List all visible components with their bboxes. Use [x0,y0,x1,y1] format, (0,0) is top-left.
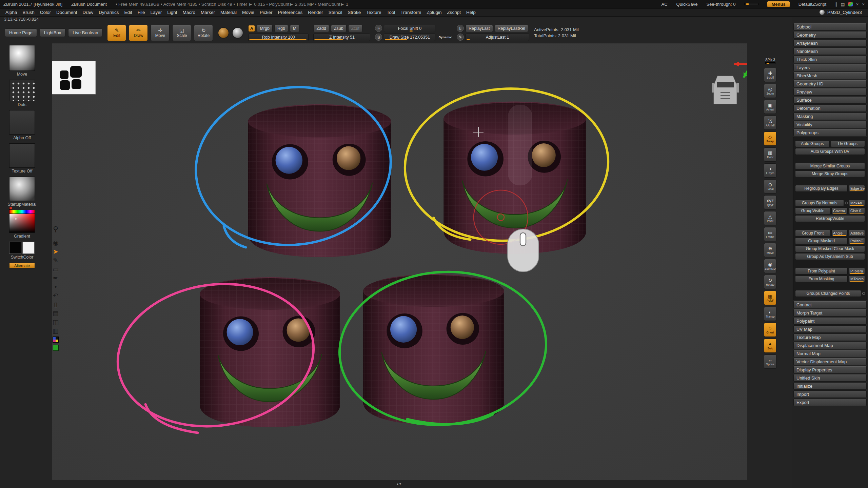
shelf-qxyz[interactable]: xyz Qxyz [764,195,776,209]
cylinder-top-left[interactable] [248,104,391,257]
current-brush-thumbnail[interactable] [9,45,35,71]
active-tool-name[interactable]: PM3D_Cylinder3 [827,10,862,15]
shelf-actual[interactable]: ▣ Actual [764,100,776,114]
auto-groups-button[interactable]: Auto Groups [795,140,830,147]
menu-item[interactable]: Render [305,10,326,15]
dynamic-label[interactable]: Dynamic [438,35,452,39]
live-boolean-button[interactable]: Live Boolean [68,28,102,37]
shelf-solo[interactable]: ● Solo [764,339,776,353]
menu-item[interactable]: Stroke [345,10,363,15]
shelf-pivot[interactable]: △ Pivot [764,211,776,225]
palette-section[interactable]: Import [793,390,867,398]
menu-item[interactable]: Edit [121,10,135,15]
adjust-last-slider[interactable]: AdjustLast 1 [466,34,529,41]
menu-item[interactable]: Alpha [3,10,20,15]
palette-section[interactable]: Deformation [793,104,867,112]
current-color-sphere-button[interactable] [232,27,243,39]
rgb-intensity-slider[interactable]: Rgb Intensity 100 [248,34,309,41]
zscript-button[interactable]: DefaultZScript [798,2,826,7]
palette-section[interactable]: Subtool [793,23,867,30]
a-badge[interactable]: A [248,25,255,32]
cylinder-top-right[interactable] [443,102,586,254]
mode-button[interactable]: ✎ Edit [107,25,126,41]
palette-section[interactable]: Layers [793,64,867,71]
home-page-button[interactable]: Home Page [5,28,37,37]
current-color-chip[interactable] [9,207,12,210]
shelf-polyf[interactable]: ▦ PolyF [764,291,776,305]
record-stroke-button[interactable]: ✎ [457,34,464,41]
replay-last-button[interactable]: ReplayLast [466,25,493,32]
printer-icon[interactable]: ▤ [53,310,59,317]
edge-smoothness-slider[interactable]: Edge Se [849,185,865,192]
palette-section[interactable]: Vector Displacement Map [793,358,867,365]
group-visible-button[interactable]: GroupVisible [795,207,830,214]
angle-slider[interactable]: Angle [831,230,848,237]
shelf-xpose[interactable]: ↔ Xpose [764,354,776,369]
palette-section[interactable]: Masking [793,113,867,120]
dot-icon[interactable]: • [55,284,57,290]
mask-tolerance-slider[interactable]: MTolera [849,276,865,282]
pencil-icon[interactable]: ✎ [53,257,58,264]
camera-icon[interactable]: ◫ [53,319,59,325]
menu-item[interactable]: Preferences [275,10,305,15]
cluster-slider[interactable]: Clstr 0. [849,207,865,214]
palette-section[interactable]: Contact [793,301,867,308]
palette-section[interactable]: Visibility [793,121,867,128]
shelf-ghost[interactable]: ◌ Ghost [764,323,776,337]
palette-section[interactable]: FiberMesh [793,72,867,79]
undo-icon[interactable]: ↶ [53,292,58,299]
colors-icon[interactable] [53,337,59,343]
palette-section[interactable]: Morph Target [793,309,867,317]
draw-size-slider[interactable]: Draw Size 172.05351 [384,34,435,41]
merge-similar-groups-button[interactable]: Merge Similar Groups [795,163,865,169]
group-masked-clear-mask-button[interactable]: Group Masked Clear Mask [795,245,865,252]
coverage-slider[interactable]: Covera [831,207,848,214]
radio-dot-icon[interactable] [862,292,865,295]
palette-section[interactable]: UV Map [793,325,867,333]
menu-item[interactable]: Zscript [445,10,464,15]
select-arrow-icon[interactable]: ➤ [53,248,58,255]
groups-changed-points-button[interactable]: Groups Changed Points [795,290,861,297]
ac-button[interactable]: AC [662,2,668,7]
material-thumbnail[interactable] [9,177,35,201]
active-tool-icon[interactable] [820,10,825,15]
mode-button[interactable]: ✛ Move [151,25,170,41]
shelf-lsym[interactable]: ◑ L.Sym [764,163,776,178]
shelf-local[interactable]: ⊙ Local [764,179,776,194]
secondary-color-swatch[interactable] [22,242,35,254]
menu-item[interactable]: Picker [257,10,275,15]
main-color-swatch[interactable] [9,242,21,254]
alternate-button[interactable]: Alternate [9,263,35,268]
close-icon[interactable]: × [862,2,865,7]
palette-section[interactable]: Export [793,399,867,406]
menu-item[interactable]: Tool [384,10,398,15]
menu-item[interactable]: Layer [147,10,164,15]
from-masking-button[interactable]: From Masking [795,276,848,282]
shelf-zoom[interactable]: ◎ Zoom [764,84,776,98]
shelf-move[interactable]: ⊕ Move [764,243,776,257]
palette-section[interactable]: NanoMesh [793,47,867,55]
max-angle-slider[interactable]: MaxAn [849,200,865,206]
scroll-arrows[interactable]: ▴▾ [397,482,402,486]
palette-section[interactable]: Unified Skin [793,374,867,382]
paint-mode-button[interactable]: Mrgb [257,25,272,32]
menu-item[interactable]: Movie [239,10,257,15]
frame-icon[interactable]: ▭ [53,266,59,272]
shelf-aahalf[interactable]: ½ AAHalf [764,116,776,130]
quicksave-button[interactable]: QuickSave [676,2,698,7]
menu-item[interactable]: Material [218,10,239,15]
palette-section[interactable]: Normal Map [793,350,867,357]
palette-section[interactable]: ArrayMesh [793,39,867,47]
menu-item[interactable]: Transform [398,10,424,15]
spix-slider[interactable] [765,62,775,64]
focal-shift-slider[interactable]: Focal Shift 0 [384,25,435,32]
paint-tolerance-slider[interactable]: PTolera [849,268,865,274]
pen-icon[interactable]: ✒ [53,275,58,281]
shelf-transp[interactable]: ◐ Transp [764,307,776,321]
sculpt-mode-button[interactable]: Zsub [331,25,347,32]
shelf-zoom3d[interactable]: ◉ Zoom3D [764,259,776,273]
menu-item[interactable]: Texture [363,10,384,15]
shelf-persp[interactable]: ◇ Persp [764,131,776,146]
replay-last-rel-button[interactable]: ReplayLastRel [495,25,528,32]
cylinder-bottom-left[interactable] [200,277,340,427]
